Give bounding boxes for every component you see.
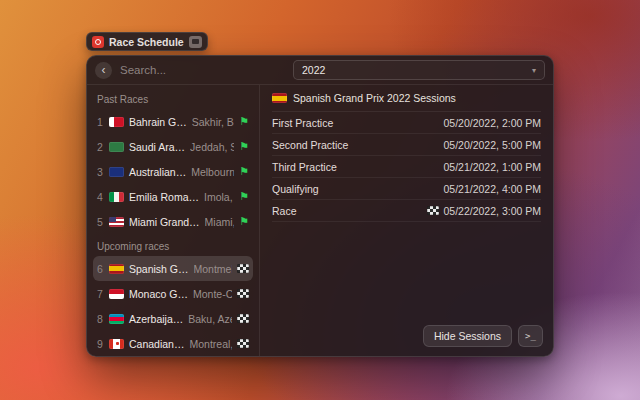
race-name: Emilia Roma…	[129, 191, 199, 203]
session-row: First Practice 05/20/2022, 2:00 PM	[272, 112, 541, 134]
race-location: Baku, Azerb…	[188, 313, 232, 325]
green-flag-icon: ⚑	[239, 141, 249, 152]
search-input[interactable]	[120, 64, 285, 76]
race-location: Montmeló,…	[194, 263, 232, 275]
green-flag-icon: ⚑	[239, 116, 249, 127]
race-location: Montreal, C…	[189, 338, 232, 350]
green-flag-icon: ⚑	[239, 166, 249, 177]
sessions-detail-panel: Spanish Grand Prix 2022 Sessions First P…	[260, 85, 553, 356]
back-chevron-icon: ‹	[102, 64, 106, 76]
race-list-item[interactable]: 7 Monaco G… Monte-Carl…	[93, 281, 253, 306]
upcoming-races-header: Upcoming races	[93, 234, 253, 256]
spain-flag-icon	[109, 264, 124, 274]
session-row: Third Practice 05/21/2022, 1:00 PM	[272, 156, 541, 178]
race-name: Saudi Ara…	[129, 141, 185, 153]
terminal-prompt-icon: >_	[525, 331, 536, 341]
race-name: Azerbaija…	[129, 313, 183, 325]
checkered-flag-icon	[237, 314, 249, 323]
session-datetime: 05/22/2022, 3:00 PM	[444, 205, 542, 217]
back-button[interactable]: ‹	[95, 62, 112, 79]
race-number: 3	[97, 166, 104, 178]
race-number: 9	[97, 338, 104, 350]
race-location: Imola, Italy	[204, 191, 234, 203]
race-list-item[interactable]: 1 Bahrain G… Sakhir, Bahr… ⚑	[93, 109, 253, 134]
australia-flag-icon	[109, 167, 124, 177]
window-title-tab[interactable]: Race Schedule	[86, 32, 208, 51]
race-list-item[interactable]: 9 Canadian… Montreal, C…	[93, 331, 253, 356]
sessions-detail-header: Spanish Grand Prix 2022 Sessions	[272, 85, 541, 112]
race-number: 5	[97, 216, 104, 228]
race-name: Canadian…	[129, 338, 184, 350]
green-flag-icon: ⚑	[239, 216, 249, 227]
race-list-item[interactable]: 3 Australian… Melbourne,… ⚑	[93, 159, 253, 184]
year-dropdown-value: 2022	[302, 64, 325, 76]
race-list-item-selected[interactable]: 6 Spanish G… Montmeló,…	[93, 256, 253, 281]
checkered-flag-icon	[237, 289, 249, 298]
chevron-down-icon: ▾	[532, 66, 536, 75]
bahrain-flag-icon	[109, 117, 124, 127]
past-races-header: Past Races	[93, 87, 253, 109]
session-datetime: 05/21/2022, 4:00 PM	[444, 183, 542, 195]
race-number: 1	[97, 116, 104, 128]
race-name: Monaco G…	[129, 288, 188, 300]
race-number: 8	[97, 313, 104, 325]
race-location: Sakhir, Bahr…	[192, 116, 234, 128]
race-location: Jeddah, Sa…	[190, 141, 234, 153]
race-list-item[interactable]: 4 Emilia Roma… Imola, Italy ⚑	[93, 184, 253, 209]
window-title: Race Schedule	[109, 36, 184, 48]
window-content: Past Races 1 Bahrain G… Sakhir, Bahr… ⚑ …	[87, 85, 553, 356]
session-name: Second Practice	[272, 139, 348, 151]
race-list-item[interactable]: 5 Miami Grand… Miami, USA ⚑	[93, 209, 253, 234]
green-flag-icon: ⚑	[239, 191, 249, 202]
race-number: 7	[97, 288, 104, 300]
session-name: First Practice	[272, 117, 333, 129]
session-name: Race	[272, 205, 297, 217]
race-location: Melbourne,…	[191, 166, 234, 178]
race-location: Monte-Carl…	[193, 288, 232, 300]
actions-footer: Hide Sessions >_	[423, 325, 543, 347]
year-dropdown[interactable]: 2022 ▾	[293, 60, 545, 80]
checkered-flag-icon	[237, 264, 249, 273]
session-name: Qualifying	[272, 183, 319, 195]
hide-sessions-button[interactable]: Hide Sessions	[423, 325, 512, 347]
race-list-item[interactable]: 8 Azerbaija… Baku, Azerb…	[93, 306, 253, 331]
camera-badge-icon[interactable]	[189, 36, 202, 48]
terminal-prompt-button[interactable]: >_	[518, 325, 543, 347]
race-name: Spanish G…	[129, 263, 189, 275]
italy-flag-icon	[109, 192, 124, 202]
race-name: Bahrain G…	[129, 116, 187, 128]
race-schedule-app-icon	[92, 36, 104, 48]
canada-flag-icon	[109, 339, 124, 349]
race-number: 6	[97, 263, 104, 275]
saudi-arabia-flag-icon	[109, 142, 124, 152]
spain-flag-icon	[272, 93, 287, 103]
session-row: Race 05/22/2022, 3:00 PM	[272, 200, 541, 222]
race-list-panel: Past Races 1 Bahrain G… Sakhir, Bahr… ⚑ …	[87, 85, 260, 356]
session-datetime: 05/20/2022, 2:00 PM	[444, 117, 542, 129]
session-row: Qualifying 05/21/2022, 4:00 PM	[272, 178, 541, 200]
race-name: Miami Grand…	[129, 216, 200, 228]
checkered-flag-icon	[237, 339, 249, 348]
session-datetime: 05/20/2022, 5:00 PM	[444, 139, 542, 151]
monaco-flag-icon	[109, 289, 124, 299]
checkered-flag-icon	[427, 206, 439, 215]
usa-flag-icon	[109, 217, 124, 227]
race-location: Miami, USA	[205, 216, 235, 228]
race-number: 2	[97, 141, 104, 153]
session-datetime: 05/21/2022, 1:00 PM	[444, 161, 542, 173]
azerbaijan-flag-icon	[109, 314, 124, 324]
session-name: Third Practice	[272, 161, 337, 173]
sessions-title: Spanish Grand Prix 2022 Sessions	[293, 92, 456, 104]
topbar: ‹ 2022 ▾	[87, 56, 553, 85]
race-name: Australian…	[129, 166, 186, 178]
session-row: Second Practice 05/20/2022, 5:00 PM	[272, 134, 541, 156]
race-number: 4	[97, 191, 104, 203]
race-schedule-window: ‹ 2022 ▾ Past Races 1 Bahrain G… Sakhir,…	[86, 55, 554, 357]
race-list-item[interactable]: 2 Saudi Ara… Jeddah, Sa… ⚑	[93, 134, 253, 159]
